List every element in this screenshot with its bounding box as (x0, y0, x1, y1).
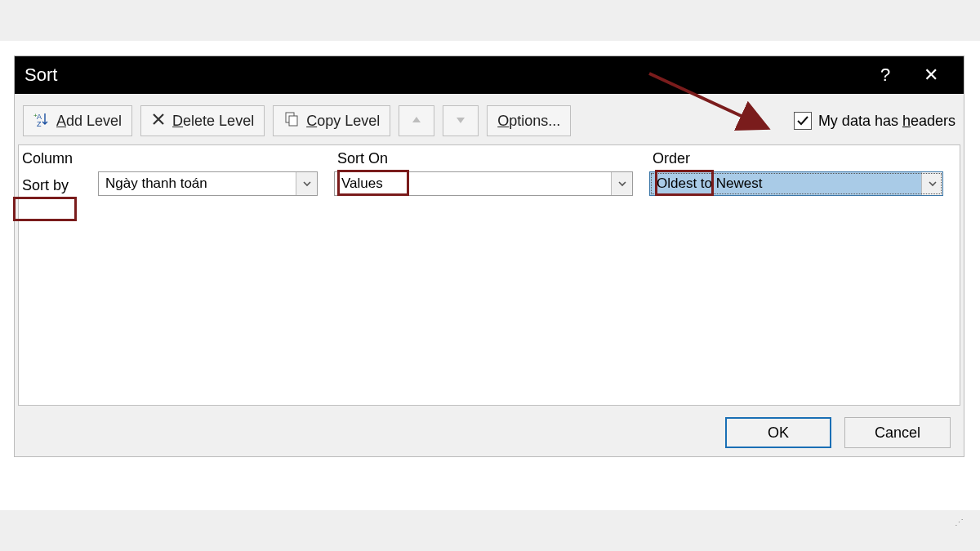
chevron-down-icon (296, 172, 317, 195)
svg-text:Z: Z (37, 120, 42, 127)
delete-level-label: Delete Level (172, 113, 254, 130)
options-label: Options... (497, 113, 560, 130)
ok-button[interactable]: OK (725, 417, 831, 448)
sort-levels-grid: Column Sort On Order Sort by Ngày thanh … (18, 144, 960, 406)
svg-rect-4 (289, 116, 297, 126)
options-button[interactable]: Options... (487, 105, 571, 136)
copy-level-button[interactable]: Copy Level (273, 105, 390, 136)
cancel-button[interactable]: Cancel (844, 417, 951, 448)
sort-az-icon: +AZ (33, 111, 50, 131)
copy-icon (283, 111, 300, 131)
column-dropdown[interactable]: Ngày thanh toán (98, 171, 318, 196)
sort-level-row: Sort by Ngày thanh toán Values (19, 171, 960, 199)
toolbar: +AZ Add Level Delete Level Copy Level (15, 94, 964, 144)
help-button[interactable]: ? (862, 56, 908, 94)
sort-dialog: Sort ? ✕ +AZ Add Level Delete Level Copy… (14, 56, 964, 457)
sort-by-label: Sort by (19, 171, 98, 199)
close-button[interactable]: ✕ (908, 56, 954, 94)
delete-level-button[interactable]: Delete Level (140, 105, 265, 136)
move-down-button[interactable] (443, 105, 479, 136)
move-up-button[interactable] (399, 105, 434, 136)
add-level-label: Add Level (56, 113, 122, 130)
headers-label: My data has headers (818, 113, 956, 130)
add-level-button[interactable]: +AZ Add Level (23, 105, 132, 136)
title-bar: Sort ? ✕ (15, 56, 964, 94)
order-dropdown[interactable]: Oldest to Newest (649, 171, 943, 196)
chevron-down-icon (611, 172, 632, 195)
order-value: Oldest to Newest (650, 176, 921, 192)
sort-on-dropdown[interactable]: Values (334, 171, 633, 196)
triangle-up-icon (411, 113, 422, 130)
delete-x-icon (151, 112, 166, 131)
headers-checkbox-group[interactable]: My data has headers (794, 112, 956, 130)
headers-checkbox[interactable] (794, 112, 812, 130)
grid-header: Column Sort On Order (19, 145, 960, 171)
order-header: Order (649, 145, 960, 171)
sort-on-header: Sort On (334, 145, 649, 171)
dialog-footer: OK Cancel (15, 406, 964, 456)
chevron-down-icon (921, 172, 942, 195)
copy-level-label: Copy Level (306, 113, 380, 130)
column-value: Ngày thanh toán (99, 176, 296, 192)
column-header: Column (19, 145, 334, 171)
triangle-down-icon (455, 113, 466, 130)
sort-on-value: Values (335, 176, 611, 192)
dialog-title: Sort (24, 64, 862, 86)
resize-grip-icon[interactable]: ⋰ (955, 518, 964, 528)
check-icon (796, 114, 809, 127)
